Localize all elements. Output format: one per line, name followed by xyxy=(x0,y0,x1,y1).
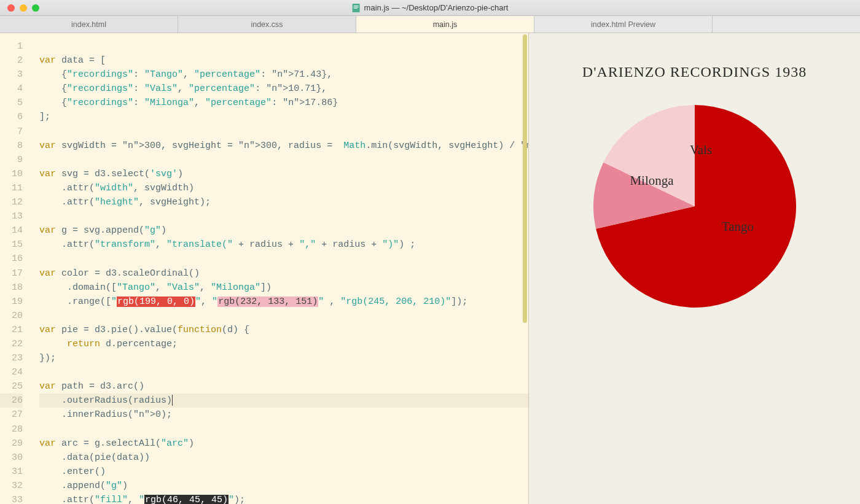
code-editor[interactable]: 1234567891011121314151617181920212223242… xyxy=(0,33,528,504)
scrollbar-thumb[interactable] xyxy=(523,34,527,323)
titlebar: main.js — ~/Desktop/D'Arienzo-pie-chart xyxy=(0,0,860,16)
svg-rect-2 xyxy=(354,7,359,7)
app-window: main.js — ~/Desktop/D'Arienzo-pie-chart … xyxy=(0,0,860,504)
tab-main-js[interactable]: main.js xyxy=(356,16,534,33)
tab-index-html[interactable]: index.html xyxy=(0,16,178,33)
pie-chart: TangoValsMilonga xyxy=(593,105,796,308)
tab-spacer xyxy=(713,16,860,33)
window-title: main.js — ~/Desktop/D'Arienzo-pie-chart xyxy=(352,3,509,12)
svg-rect-3 xyxy=(354,8,358,9)
pie-label-tango: Tango xyxy=(721,219,753,234)
text-cursor xyxy=(172,395,173,406)
js-file-icon xyxy=(352,4,361,12)
close-icon[interactable] xyxy=(7,4,15,12)
preview-pane: D'ARIENZO RECORDINGS 1938 TangoValsMilon… xyxy=(528,33,860,504)
window-title-text: main.js — ~/Desktop/D'Arienzo-pie-chart xyxy=(364,3,509,12)
svg-rect-1 xyxy=(354,6,359,6)
chart-title: D'ARIENZO RECORDINGS 1938 xyxy=(582,64,807,80)
minimize-icon[interactable] xyxy=(20,4,27,12)
pie-label-milonga: Milonga xyxy=(630,173,674,188)
content-area: 1234567891011121314151617181920212223242… xyxy=(0,33,860,504)
code-area[interactable]: var data = [ {"recordings": "Tango", "pe… xyxy=(36,33,528,504)
line-gutter: 1234567891011121314151617181920212223242… xyxy=(0,33,36,504)
tab-bar: index.html index.css main.js index.html … xyxy=(0,16,860,33)
pie-label-vals: Vals xyxy=(689,142,711,157)
tab-preview[interactable]: index.html Preview xyxy=(534,16,713,33)
scrollbar-track[interactable] xyxy=(520,33,528,504)
tab-index-css[interactable]: index.css xyxy=(178,16,356,33)
maximize-icon[interactable] xyxy=(32,4,39,12)
window-controls xyxy=(0,4,39,12)
